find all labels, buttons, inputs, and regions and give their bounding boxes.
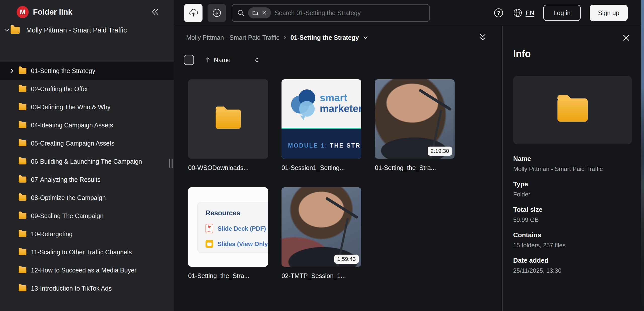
info-field-name: Name Molly Pittman - Smart Paid Traffic (513, 155, 633, 172)
signup-button[interactable]: Sign up (590, 5, 628, 21)
tree-root-folder[interactable]: Molly Pittman - Smart Paid Traffic (0, 24, 174, 36)
info-field-date-added: Date added 25/11/2025, 13:30 (513, 257, 633, 274)
sidebar-item-label: 01-Setting the Strategy (31, 67, 95, 75)
folder-icon (557, 98, 588, 122)
login-button[interactable]: Log in (543, 5, 581, 21)
breadcrumb: Molly Pittman - Smart Paid Traffic 01-Se… (186, 33, 368, 42)
folder-icon (19, 68, 26, 74)
chevron-right-icon[interactable] (10, 68, 19, 74)
language-code[interactable]: EN (526, 9, 534, 17)
folder-icon (19, 158, 26, 164)
slides-file-icon (206, 240, 213, 248)
sidebar-item-09-scaling-the-campaign[interactable]: 09-Scaling The Campaign (0, 207, 174, 225)
topbar: ? EN Log in Sign up (174, 0, 641, 26)
module-title: MODULE 1:THE STRAT (288, 142, 361, 149)
sidebar-item-12-succeed-media-buyer[interactable]: 12-How to Succeed as a Media Buyer (0, 261, 174, 279)
file-card-video-tmtp-session1[interactable]: 1:59:43 02-TMTP_Session_1... (281, 187, 361, 280)
sidebar-item-label: 08-Optimize the Campaign (31, 194, 106, 201)
select-all-checkbox[interactable] (184, 55, 194, 65)
sort-label: Name (214, 56, 231, 64)
tree-root-label: Molly Pittman - Smart Paid Traffic (26, 26, 127, 34)
folder-icon (19, 122, 26, 128)
sidebar-item-07-analyzing-the-results[interactable]: 07-Analyzing the Results (0, 170, 174, 189)
body-row: Molly Pittman - Smart Paid Traffic 01-Se… (174, 26, 641, 311)
sidebar-item-label: 12-How to Succeed as a Media Buyer (31, 267, 137, 274)
arrow-up-icon (206, 57, 210, 63)
video-duration-badge: 2:19:30 (428, 147, 452, 156)
search-box[interactable] (232, 4, 430, 22)
field-label: Type (513, 180, 633, 188)
folder-icon (19, 231, 26, 237)
sidebar-item-01-setting-the-strategy[interactable]: 01-Setting the Strategy (0, 62, 174, 80)
sidebar-item-03-defining-the-who-why[interactable]: 03-Defining The Who & Why (0, 98, 174, 116)
resource-row: Slide Deck (PDF) (206, 224, 268, 233)
field-label: Date added (513, 257, 633, 264)
file-name: 00-WSODownloads... (188, 164, 268, 171)
sidebar-item-08-optimize-the-campaign[interactable]: 08-Optimize the Campaign (0, 189, 174, 207)
sidebar-item-13-intro-tiktok-ads[interactable]: 13-Introduction to TikTok Ads (0, 279, 174, 297)
search-scope-chip[interactable] (248, 7, 271, 18)
file-card-folder[interactable]: 00-WSODownloads... (188, 79, 268, 171)
resource-link: Slide Deck (PDF) (218, 225, 266, 232)
file-card-video-session1[interactable]: smart marketer MODULE 1:THE STRAT 01-Ses… (281, 79, 361, 171)
sidebar-item-label: 04-Ideating Campaign Assets (31, 122, 113, 129)
folder-link-app: M Folder link Molly Pittman - Smart Paid… (0, 0, 644, 311)
video-thumbnail: 1:59:43 (281, 187, 361, 267)
sidebar-item-label: 11-Scaling to Other Traffic Channels (31, 249, 132, 256)
folder-icon (19, 249, 26, 255)
main-area: ? EN Log in Sign up Molly Pittman (174, 0, 641, 311)
background-image-strip (641, 0, 644, 311)
resources-title: Resources (206, 209, 268, 217)
sidebar-item-11-scaling-other-channels[interactable]: 11-Scaling to Other Traffic Channels (0, 243, 174, 261)
sidebar-item-10-retargeting[interactable]: 10-Retargeting (0, 225, 174, 243)
cloud-upload-icon (188, 8, 199, 18)
sort-direction-toggle[interactable] (255, 57, 259, 63)
sidebar-resize-handle[interactable] (169, 159, 173, 168)
chevron-down-icon[interactable] (3, 28, 11, 32)
field-label: Name (513, 155, 633, 163)
search-input[interactable] (275, 9, 424, 17)
sidebar-item-06-building-launching[interactable]: 06-Building & Launching The Campaign (0, 152, 174, 170)
folder-icon (19, 177, 26, 183)
close-info-button[interactable] (622, 34, 630, 42)
info-field-type: Type Folder (513, 180, 633, 198)
double-chevron-left-icon (151, 8, 160, 16)
file-browser: Molly Pittman - Smart Paid Traffic 01-Se… (174, 26, 502, 311)
folder-icon (19, 86, 26, 92)
field-label: Total size (513, 206, 633, 214)
globe-icon (513, 8, 522, 18)
breadcrumb-parent[interactable]: Molly Pittman - Smart Paid Traffic (186, 34, 279, 41)
folder-icon (19, 104, 26, 110)
search-icon (237, 9, 244, 16)
collapse-header-button[interactable] (479, 33, 486, 42)
help-icon[interactable]: ? (493, 8, 504, 18)
upload-button[interactable] (184, 4, 203, 22)
sidebar-item-04-ideating-campaign-assets[interactable]: 04-Ideating Campaign Assets (0, 116, 174, 134)
file-card-resources[interactable]: Resources Slide Deck (PDF) Slides (View … (188, 187, 268, 280)
info-title: Info (513, 49, 531, 59)
language-selector[interactable]: EN (513, 8, 534, 18)
folder-icon (216, 110, 241, 129)
pdf-file-icon (206, 224, 213, 233)
file-name: 01-Setting_the_Stra... (188, 272, 268, 280)
breadcrumb-menu-chevron-icon[interactable] (363, 36, 368, 39)
collapse-sidebar-button[interactable] (151, 8, 160, 16)
folder-icon (19, 213, 26, 219)
sidebar-item-label: 02-Crafting the Offer (31, 85, 88, 93)
close-icon (622, 34, 630, 42)
clear-scope-icon[interactable] (262, 10, 267, 15)
sidebar-item-02-crafting-the-offer[interactable]: 02-Crafting the Offer (0, 80, 174, 98)
sort-by-name[interactable]: Name (206, 56, 231, 64)
field-value: Folder (513, 191, 633, 198)
slide-thumbnail: smart marketer MODULE 1:THE STRAT (281, 79, 361, 159)
field-value: 25/11/2025, 13:30 (513, 267, 633, 274)
file-card-video-setting-strategy[interactable]: 2:19:30 01-Setting_the_Stra... (375, 79, 455, 171)
app-title: Folder link (33, 8, 72, 17)
file-name: 01-Session1_Setting... (281, 164, 361, 171)
download-button[interactable] (208, 4, 226, 22)
breadcrumb-current[interactable]: 01-Setting the Strategy (290, 34, 359, 41)
sidebar-item-05-creating-campaign-assets[interactable]: 05-Creating Campaign Assets (0, 134, 174, 152)
svg-text:?: ? (497, 10, 500, 16)
info-field-total-size: Total size 59.99 GB (513, 206, 633, 223)
mega-logo-icon[interactable]: M (17, 6, 29, 18)
